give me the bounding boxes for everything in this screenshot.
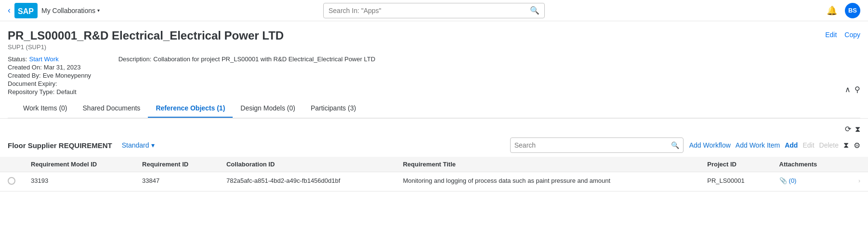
col-req-model-id: Requirement Model ID	[23, 157, 134, 172]
top-nav: ‹ SAP My Collaborations ▾ 🔍 🔔 BS	[0, 0, 868, 21]
status-label: Status:	[8, 55, 27, 63]
table-search-icon: 🔍	[671, 141, 679, 149]
col-nav	[844, 157, 868, 172]
description-value: Collaboration for project PR_LS00001 wit…	[153, 55, 375, 63]
nav-actions: 🔔 BS	[827, 3, 860, 18]
table-section: ⟳ ⧗ Floor Supplier REQUIREMENT Standard …	[0, 119, 868, 191]
attachment-link[interactable]: 📎 (0)	[779, 177, 837, 184]
dropdown-chevron-icon: ▾	[151, 141, 155, 149]
description-label: Description:	[118, 55, 152, 63]
repo-type-value: Default	[56, 88, 76, 96]
svg-text:SAP: SAP	[18, 7, 34, 15]
tab-work-items[interactable]: Work Items (0)	[15, 99, 75, 118]
row-chevron-icon: ›	[858, 178, 860, 184]
col-req-title: Requirement Title	[395, 157, 699, 172]
delete-button[interactable]: Delete	[819, 141, 839, 149]
filter-button[interactable]: ⧗	[843, 141, 849, 150]
col-project-id: Project ID	[699, 157, 771, 172]
table-row: 33193 33847 782a5afc-a851-4bd2-a49c-fb14…	[0, 172, 868, 191]
nav-title[interactable]: My Collaborations ▾	[41, 7, 100, 14]
view-label: Standard	[122, 141, 149, 149]
status-row: Status: Start Work Description: Collabor…	[8, 55, 860, 63]
table-edit-button[interactable]: Edit	[802, 141, 814, 149]
data-table: Requirement Model ID Requirement ID Coll…	[0, 157, 868, 191]
created-on-value: Mar 31, 2023	[44, 64, 81, 71]
global-search-input[interactable]	[329, 7, 530, 14]
sap-logo: SAP	[14, 3, 38, 18]
created-by-label: Created By:	[8, 72, 41, 79]
refresh-button[interactable]: ⟳	[845, 124, 851, 134]
table-search-input[interactable]	[514, 141, 671, 149]
req-id-cell: 33847	[134, 172, 219, 191]
tab-participants[interactable]: Participants (3)	[303, 99, 364, 118]
add-workflow-button[interactable]: Add Workflow	[689, 141, 731, 149]
collapse-up-button[interactable]: ∧	[845, 85, 851, 94]
toolbar-actions: Add Workflow Add Work Item Add Edit Dele…	[689, 141, 860, 150]
meta-info: Status: Start Work Description: Collabor…	[8, 55, 860, 96]
col-attachments: Attachments	[772, 157, 844, 172]
tab-design-models[interactable]: Design Models (0)	[233, 99, 303, 118]
view-dropdown[interactable]: Standard ▾	[122, 141, 155, 149]
collab-id-cell: 782a5afc-a851-4bd2-a49c-fb1456d0d1bf	[219, 172, 395, 191]
add-button[interactable]: Add	[785, 141, 798, 149]
notification-bell-icon[interactable]: 🔔	[827, 5, 837, 16]
global-search: 🔍	[323, 3, 545, 18]
created-on-label: Created On:	[8, 64, 42, 71]
doc-expiry-row: Document Expiry:	[8, 80, 860, 87]
settings-button[interactable]: ⚙	[854, 141, 860, 150]
repo-type-row: Repository Type: Default	[8, 88, 860, 96]
user-avatar[interactable]: BS	[845, 3, 860, 18]
header-actions: Edit Copy	[825, 31, 860, 39]
req-title-cell: Monitoring and logging of process data s…	[395, 172, 699, 191]
tab-shared-documents[interactable]: Shared Documents	[75, 99, 148, 118]
attachments-cell[interactable]: 📎 (0)	[772, 172, 844, 191]
created-by-value: Eve Moneypenny	[43, 72, 91, 79]
table-title: Floor Supplier REQUIREMENT	[8, 141, 112, 150]
collapse-icons: ∧ ⚲	[845, 85, 860, 94]
status-value: Start Work	[29, 55, 58, 63]
created-on-row: Created On: Mar 31, 2023	[8, 64, 860, 71]
paperclip-icon: 📎	[779, 177, 787, 184]
page-header: PR_LS00001_R&D Electrical_Electrical Pow…	[0, 21, 868, 119]
tabs: Work Items (0) Shared Documents Referenc…	[8, 99, 860, 118]
edit-button[interactable]: Edit	[825, 31, 837, 39]
copy-button[interactable]: Copy	[844, 31, 860, 39]
search-icon: 🔍	[530, 6, 539, 15]
table-toolbar: Floor Supplier REQUIREMENT Standard ▾ 🔍 …	[0, 134, 868, 157]
repo-type-label: Repository Type:	[8, 88, 54, 96]
tab-reference-objects[interactable]: Reference Objects (1)	[148, 99, 233, 118]
project-id-cell: PR_LS00001	[699, 172, 771, 191]
col-radio	[0, 157, 23, 172]
created-by-row: Created By: Eve Moneypenny	[8, 72, 860, 79]
req-model-id-cell: 33193	[23, 172, 134, 191]
page-title-row: PR_LS00001_R&D Electrical_Electrical Pow…	[8, 29, 860, 42]
row-radio-cell[interactable]	[0, 172, 23, 191]
back-button[interactable]: ‹	[8, 5, 11, 15]
col-req-id: Requirement ID	[134, 157, 219, 172]
col-collab-id: Collaboration ID	[219, 157, 395, 172]
table-search: 🔍	[510, 137, 684, 153]
page-title: PR_LS00001_R&D Electrical_Electrical Pow…	[8, 29, 284, 42]
doc-expiry-label: Document Expiry:	[8, 80, 57, 87]
add-work-item-button[interactable]: Add Work Item	[736, 141, 780, 149]
top-table-actions: ⟳ ⧗	[0, 123, 868, 134]
page-subtitle: SUP1 (SUP1)	[8, 43, 860, 51]
attachment-count: (0)	[789, 177, 797, 184]
row-nav-cell[interactable]: ›	[844, 172, 868, 191]
pin-button[interactable]: ⚲	[855, 85, 860, 94]
table-header-row: Requirement Model ID Requirement ID Coll…	[0, 157, 868, 172]
table-filter-icon[interactable]: ⧗	[855, 124, 860, 134]
nav-chevron-icon: ▾	[97, 8, 100, 13]
row-radio-button[interactable]	[8, 177, 15, 185]
